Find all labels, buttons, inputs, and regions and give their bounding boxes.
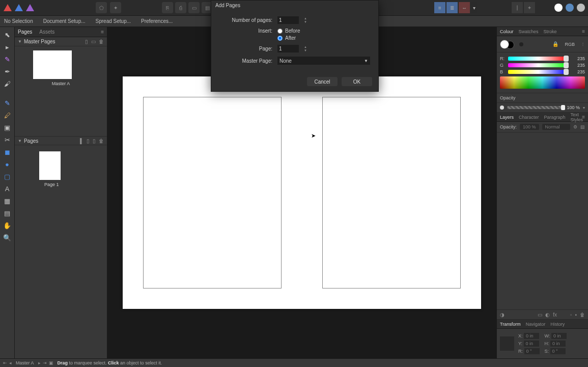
tab-assets[interactable]: Assets bbox=[39, 29, 54, 35]
node-tool-icon[interactable]: ▸ bbox=[2, 42, 13, 51]
affinity-publisher-icon[interactable] bbox=[25, 3, 35, 12]
affinity-photo-icon[interactable] bbox=[3, 3, 12, 12]
cancel-button[interactable]: Cancel bbox=[307, 77, 338, 86]
slider-b[interactable]: B 235 bbox=[500, 69, 585, 74]
tab-paragraph[interactable]: Paragraph bbox=[544, 115, 566, 120]
master-delete-icon[interactable]: 🗑 bbox=[99, 39, 104, 44]
rectangle-tool-icon[interactable]: ◼ bbox=[2, 147, 13, 156]
num-pages-stepper[interactable]: ▲▼ bbox=[304, 17, 309, 24]
hue-strip[interactable] bbox=[500, 76, 585, 89]
panel-menu-icon[interactable]: ≡ bbox=[101, 29, 104, 35]
artistic-text-tool-icon[interactable]: ✎ bbox=[2, 55, 13, 64]
first-page-icon[interactable]: ⇤ bbox=[3, 360, 7, 365]
slider-g[interactable]: G 235 bbox=[500, 63, 585, 68]
view-circle-1[interactable] bbox=[554, 4, 563, 12]
mask-icon[interactable]: ▭ bbox=[538, 312, 542, 318]
zoom-tool-icon[interactable]: 🔍 bbox=[2, 233, 13, 242]
fill-swatch[interactable] bbox=[500, 40, 509, 49]
page-stepper[interactable]: ▲▼ bbox=[304, 45, 309, 53]
add-layer-icon[interactable]: ▫ bbox=[570, 312, 572, 318]
master-page-select[interactable]: None▼ bbox=[277, 57, 370, 65]
frame-text-tool-icon[interactable]: A bbox=[2, 184, 13, 193]
gear-icon[interactable]: ⚙ bbox=[573, 124, 577, 129]
toolbar-btn-a[interactable]: ⎘ bbox=[162, 2, 173, 13]
layers-menu-icon[interactable]: ≡ bbox=[582, 114, 585, 120]
crop-tool-icon[interactable]: ✂ bbox=[2, 135, 13, 144]
slider-r[interactable]: R: 235 bbox=[500, 56, 585, 61]
opacity-dropdown-icon[interactable]: ▾ bbox=[583, 106, 585, 110]
tab-layers[interactable]: Layers bbox=[500, 115, 514, 120]
brush-tool-icon[interactable]: 🖌 bbox=[2, 79, 13, 88]
radio-after[interactable]: After bbox=[277, 35, 300, 41]
rounded-rect-tool-icon[interactable]: ▢ bbox=[2, 172, 13, 181]
view-circle-3[interactable] bbox=[577, 4, 585, 12]
fx-icon[interactable]: fx bbox=[553, 312, 557, 318]
persona-btn-2[interactable]: ✦ bbox=[110, 2, 121, 13]
radio-before[interactable]: Before bbox=[277, 28, 300, 34]
color-swatches[interactable] bbox=[500, 40, 514, 49]
master-layout-icon[interactable]: ▯ bbox=[85, 39, 88, 44]
pages-layout-icon-1[interactable]: ▌ bbox=[80, 138, 83, 144]
add-pixel-layer-icon[interactable]: ▪ bbox=[575, 312, 577, 318]
h-value[interactable]: 0 in bbox=[550, 340, 566, 347]
adjustment-icon[interactable]: ◐ bbox=[545, 312, 550, 318]
preferences-link[interactable]: Preferences... bbox=[141, 18, 173, 24]
pages-section-header[interactable]: ▼ Pages ▌ ▯ ▯ 🗑 bbox=[15, 136, 107, 145]
num-pages-input[interactable] bbox=[277, 16, 299, 24]
vector-brush-tool-icon[interactable]: 🖊 bbox=[2, 111, 13, 120]
page-1-thumbnail[interactable] bbox=[39, 151, 61, 180]
pages-layout-icon-2[interactable]: ▯ bbox=[87, 138, 90, 144]
anchor-point-widget[interactable] bbox=[500, 336, 514, 351]
colour-menu-icon[interactable]: ≡ bbox=[582, 29, 585, 34]
y-value[interactable]: 0 in bbox=[524, 340, 539, 347]
pan-tool-icon[interactable]: ✋ bbox=[2, 221, 13, 230]
master-thumbnail[interactable] bbox=[33, 50, 72, 79]
layer-opacity-value[interactable]: 100 % bbox=[520, 124, 539, 130]
pencil-tool-icon[interactable]: ✎ bbox=[2, 98, 13, 108]
spread-page-right[interactable] bbox=[322, 97, 461, 289]
snap-btn-2[interactable]: ＋ bbox=[524, 2, 535, 13]
snap-btn-1[interactable]: ｜ bbox=[512, 2, 523, 13]
layer-lens-icon[interactable]: ◑ bbox=[500, 312, 505, 318]
layers-panel-menu-icon[interactable]: ▤ bbox=[580, 124, 585, 129]
ok-button[interactable]: OK bbox=[342, 77, 372, 86]
master-pages-header[interactable]: ▼ Master Pages ▯ ▭ 🗑 bbox=[15, 37, 107, 46]
align-center-button[interactable]: ≣ bbox=[446, 2, 458, 13]
color-mode-select[interactable]: RGB bbox=[565, 42, 575, 47]
align-dropdown[interactable]: ▾ bbox=[471, 2, 477, 13]
tab-history[interactable]: History bbox=[550, 322, 565, 327]
master-add-icon[interactable]: ▭ bbox=[91, 39, 96, 44]
last-page-icon[interactable]: ⇥ bbox=[43, 360, 47, 365]
page-menu-icon[interactable]: ▣ bbox=[49, 360, 53, 365]
affinity-designer-icon[interactable] bbox=[14, 3, 23, 12]
toolbar-btn-b[interactable]: ⎙ bbox=[175, 2, 186, 13]
document-setup-link[interactable]: Document Setup... bbox=[43, 18, 86, 24]
spread-page-left[interactable] bbox=[143, 97, 282, 289]
persona-btn-1[interactable]: ⬠ bbox=[96, 2, 107, 13]
tab-stroke[interactable]: Stroke bbox=[544, 29, 557, 34]
delete-layer-icon[interactable]: 🗑 bbox=[580, 312, 585, 318]
ellipse-tool-icon[interactable]: ● bbox=[2, 160, 13, 169]
toolbar-btn-c[interactable]: ▭ bbox=[188, 2, 200, 13]
blend-mode-select[interactable]: Normal bbox=[542, 124, 570, 130]
opacity-knob[interactable] bbox=[561, 105, 565, 110]
pages-layout-icon-3[interactable]: ▯ bbox=[93, 138, 96, 144]
r-value[interactable]: 0 ° bbox=[524, 348, 540, 354]
pages-delete-icon[interactable]: 🗑 bbox=[99, 138, 104, 144]
w-value[interactable]: 0 in bbox=[551, 333, 567, 339]
tab-pages[interactable]: Pages bbox=[18, 29, 32, 35]
opacity-slider-row[interactable]: 100 % ▾ bbox=[497, 103, 588, 113]
x-value[interactable]: 0 in bbox=[524, 333, 539, 339]
view-circle-2[interactable] bbox=[566, 4, 574, 12]
tab-swatches[interactable]: Swatches bbox=[519, 29, 539, 34]
spread-setup-link[interactable]: Spread Setup... bbox=[96, 18, 131, 24]
tab-colour[interactable]: Colour bbox=[500, 29, 514, 34]
prev-page-icon[interactable]: ◂ bbox=[9, 360, 12, 365]
align-left-button[interactable]: ≡ bbox=[434, 2, 445, 13]
tab-character[interactable]: Character bbox=[519, 115, 539, 120]
s-value[interactable]: 0 ° bbox=[550, 348, 566, 354]
picture-frame-tool-icon[interactable]: ▣ bbox=[2, 123, 13, 132]
tab-transform[interactable]: Transform bbox=[500, 322, 521, 327]
next-page-icon[interactable]: ▸ bbox=[38, 360, 41, 365]
table-tool-icon-2[interactable]: ▤ bbox=[2, 208, 13, 218]
